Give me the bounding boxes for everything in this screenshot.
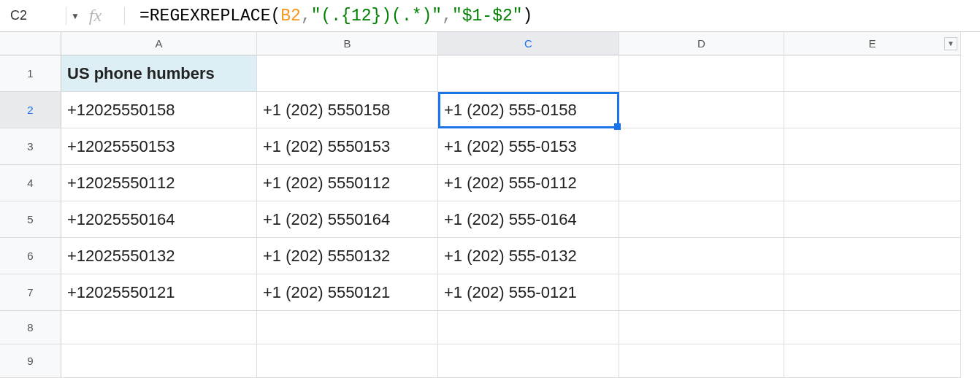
cell-D2[interactable]: [619, 92, 784, 128]
row-header-8[interactable]: 8: [0, 311, 61, 344]
col-header-D[interactable]: D: [619, 32, 784, 55]
cell-E7[interactable]: [784, 274, 961, 311]
name-box-value: C2: [10, 8, 27, 23]
cell-D8[interactable]: [619, 311, 784, 344]
cell-C5[interactable]: +1 (202) 555-0164: [438, 201, 619, 238]
cell-D3[interactable]: [619, 128, 784, 165]
spreadsheet-grid: A B C D E ▼ 1 US phone humbers 2 +120255…: [0, 32, 980, 378]
row-header-9[interactable]: 9: [0, 344, 61, 378]
cell-A2[interactable]: +12025550158: [61, 92, 257, 128]
formula-token-comma1: ,: [301, 7, 311, 26]
cell-C9[interactable]: [438, 344, 619, 378]
formula-input[interactable]: =REGEXREPLACE(B2,"(.{12})(.*)","$1-$2"): [124, 7, 980, 26]
formula-bar: C2 ▼ fx =REGEXREPLACE(B2,"(.{12})(.*)","…: [0, 0, 980, 32]
cell-A1[interactable]: US phone humbers: [61, 55, 257, 92]
formula-token-equals: =: [139, 7, 150, 26]
column-dropdown-icon[interactable]: ▼: [944, 37, 957, 50]
cell-A4[interactable]: +12025550112: [61, 165, 257, 201]
cell-C4[interactable]: +1 (202) 555-0112: [438, 165, 619, 201]
cell-B8[interactable]: [257, 311, 438, 344]
cell-C3[interactable]: +1 (202) 555-0153: [438, 128, 619, 165]
cell-D7[interactable]: [619, 274, 784, 311]
cell-C8[interactable]: [438, 311, 619, 344]
cell-E5[interactable]: [784, 201, 961, 238]
cell-B4[interactable]: +1 (202) 5550112: [257, 165, 438, 201]
cell-D4[interactable]: [619, 165, 784, 201]
formula-token-fn: REGEXREPLACE: [150, 7, 271, 26]
cell-D5[interactable]: [619, 201, 784, 238]
cell-C1[interactable]: [438, 55, 619, 92]
cell-E8[interactable]: [784, 311, 961, 344]
cell-E4[interactable]: [784, 165, 961, 201]
row-header-3[interactable]: 3: [0, 128, 61, 165]
cell-B9[interactable]: [257, 344, 438, 378]
cell-B1[interactable]: [257, 55, 438, 92]
cell-A6[interactable]: +12025550132: [61, 238, 257, 274]
cell-D9[interactable]: [619, 344, 784, 378]
formula-token-comma2: ,: [442, 7, 452, 26]
row-header-5[interactable]: 5: [0, 201, 61, 238]
cell-E1[interactable]: [784, 55, 961, 92]
cell-A8[interactable]: [61, 311, 257, 344]
col-header-E-label: E: [868, 37, 876, 50]
cell-B5[interactable]: +1 (202) 5550164: [257, 201, 438, 238]
cell-D1[interactable]: [619, 55, 784, 92]
col-header-C[interactable]: C: [438, 32, 619, 55]
cell-B7[interactable]: +1 (202) 5550121: [257, 274, 438, 311]
formula-token-ref: B2: [280, 7, 301, 26]
cell-E6[interactable]: [784, 238, 961, 274]
row-header-1[interactable]: 1: [0, 55, 61, 92]
fx-icon[interactable]: fx: [66, 7, 124, 26]
cell-A9[interactable]: [61, 344, 257, 378]
cell-C2[interactable]: +1 (202) 555-0158: [438, 92, 619, 128]
cell-C6[interactable]: +1 (202) 555-0132: [438, 238, 619, 274]
formula-token-str2: "$1-$2": [452, 7, 523, 26]
cell-A3[interactable]: +12025550153: [61, 128, 257, 165]
cell-B3[interactable]: +1 (202) 5550153: [257, 128, 438, 165]
col-header-A[interactable]: A: [61, 32, 257, 55]
cell-A5[interactable]: +12025550164: [61, 201, 257, 238]
cell-E9[interactable]: [784, 344, 961, 378]
formula-token-close-paren: ): [523, 7, 533, 26]
row-header-7[interactable]: 7: [0, 274, 61, 311]
cell-E2[interactable]: [784, 92, 961, 128]
col-header-B[interactable]: B: [257, 32, 438, 55]
formula-token-open-paren: (: [270, 7, 280, 26]
cell-B2[interactable]: +1 (202) 5550158: [257, 92, 438, 128]
formula-token-str1: "(.{12})(.*)": [311, 7, 442, 26]
cell-D6[interactable]: [619, 238, 784, 274]
row-header-2[interactable]: 2: [0, 92, 61, 128]
cell-E3[interactable]: [784, 128, 961, 165]
col-header-E[interactable]: E ▼: [784, 32, 961, 55]
cell-A7[interactable]: +12025550121: [61, 274, 257, 311]
grid-corner[interactable]: [0, 32, 61, 55]
name-box[interactable]: C2 ▼: [0, 0, 66, 31]
row-header-6[interactable]: 6: [0, 238, 61, 274]
cell-C7[interactable]: +1 (202) 555-0121: [438, 274, 619, 311]
cell-B6[interactable]: +1 (202) 5550132: [257, 238, 438, 274]
row-header-4[interactable]: 4: [0, 165, 61, 201]
